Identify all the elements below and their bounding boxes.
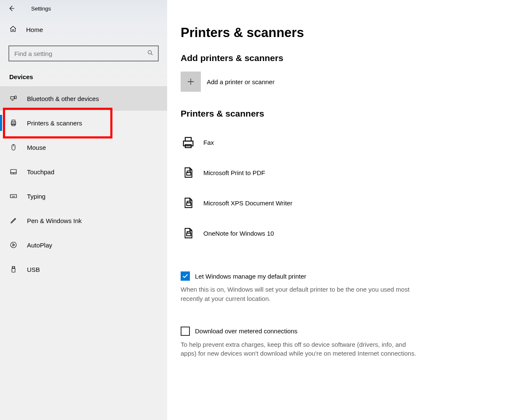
svg-rect-13	[185, 138, 191, 141]
default-printer-checkbox[interactable]	[181, 271, 190, 281]
keyboard-icon	[9, 192, 18, 200]
sidebar: Settings Home Devices Bluetooth & other …	[0, 0, 167, 420]
svg-rect-10	[12, 266, 15, 268]
device-item-print-pdf[interactable]: Microsoft Print to PDF	[181, 157, 495, 188]
device-item-fax[interactable]: Fax	[181, 127, 495, 157]
svg-rect-18	[187, 201, 191, 203]
svg-point-9	[11, 242, 16, 248]
add-printer-label: Add a printer or scanner	[207, 78, 275, 85]
search-container	[0, 45, 167, 61]
default-printer-label: Let Windows manage my default printer	[195, 273, 306, 280]
metered-help: To help prevent extra charges, keep this…	[181, 340, 416, 359]
sidebar-item-label: USB	[27, 266, 40, 273]
svg-rect-4	[12, 120, 15, 122]
add-section-heading: Add printers & scanners	[181, 53, 495, 63]
sidebar-item-label: Pen & Windows Ink	[27, 217, 82, 224]
sidebar-item-printers[interactable]: Printers & scanners	[0, 111, 167, 135]
app-title: Settings	[31, 5, 51, 12]
document-printer-icon	[181, 227, 196, 239]
device-label: OneNote for Windows 10	[203, 230, 274, 237]
sidebar-item-typing[interactable]: Typing	[0, 184, 167, 208]
titlebar: Settings	[0, 0, 167, 17]
devices-icon	[9, 95, 18, 102]
sidebar-item-label: Mouse	[27, 144, 46, 151]
sidebar-item-label: Typing	[27, 193, 45, 200]
svg-rect-2	[15, 96, 16, 99]
document-printer-icon	[181, 197, 196, 209]
default-printer-help: When this is on, Windows will set your d…	[181, 285, 416, 303]
svg-rect-8	[11, 194, 17, 198]
svg-rect-11	[12, 268, 15, 272]
search-icon	[147, 50, 154, 58]
search-input[interactable]	[8, 45, 159, 61]
svg-rect-16	[187, 171, 191, 173]
sidebar-item-bluetooth[interactable]: Bluetooth & other devices	[0, 86, 167, 111]
list-section-heading: Printers & scanners	[181, 109, 495, 119]
printer-icon	[181, 135, 196, 149]
plus-icon	[181, 72, 201, 92]
sidebar-item-label: AutoPlay	[27, 242, 52, 249]
home-label: Home	[26, 26, 43, 33]
device-item-xps[interactable]: Microsoft XPS Document Writer	[181, 188, 495, 218]
device-item-onenote[interactable]: OneNote for Windows 10	[181, 218, 495, 248]
sidebar-item-pen[interactable]: Pen & Windows Ink	[0, 208, 167, 233]
printer-icon	[9, 119, 18, 127]
pen-icon	[9, 217, 18, 224]
autoplay-icon	[9, 241, 18, 249]
sidebar-item-touchpad[interactable]: Touchpad	[0, 159, 167, 184]
sidebar-item-autoplay[interactable]: AutoPlay	[0, 233, 167, 257]
mouse-icon	[9, 144, 18, 151]
default-printer-row: Let Windows manage my default printer	[181, 271, 495, 281]
sidebar-item-usb[interactable]: USB	[0, 257, 167, 282]
device-label: Fax	[203, 139, 214, 146]
svg-point-0	[148, 51, 152, 54]
touchpad-icon	[9, 168, 18, 175]
add-printer-button[interactable]: Add a printer or scanner	[181, 72, 495, 92]
metered-checkbox[interactable]	[181, 327, 190, 336]
sidebar-item-mouse[interactable]: Mouse	[0, 135, 167, 159]
sidebar-section-label: Devices	[0, 61, 167, 86]
metered-row: Download over metered connections	[181, 327, 495, 336]
usb-icon	[9, 266, 18, 273]
sidebar-item-label: Touchpad	[27, 168, 54, 175]
back-button[interactable]	[8, 5, 15, 12]
page-title: Printers & scanners	[181, 25, 495, 40]
device-label: Microsoft XPS Document Writer	[203, 199, 292, 207]
svg-rect-20	[187, 231, 191, 233]
home-icon	[9, 25, 17, 34]
sidebar-item-label: Printers & scanners	[27, 120, 82, 127]
document-printer-icon	[181, 166, 196, 179]
svg-rect-5	[12, 124, 15, 126]
home-nav[interactable]: Home	[0, 17, 167, 42]
metered-label: Download over metered connections	[195, 327, 297, 335]
svg-rect-1	[11, 97, 14, 99]
device-label: Microsoft Print to PDF	[203, 169, 265, 176]
main-content: Printers & scanners Add printers & scann…	[167, 0, 512, 420]
sidebar-item-label: Bluetooth & other devices	[27, 95, 99, 102]
